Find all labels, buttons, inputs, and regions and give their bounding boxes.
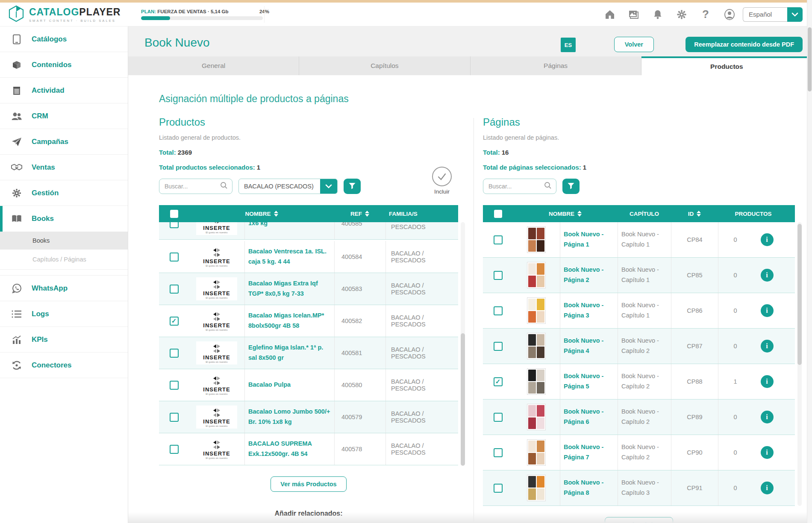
page-thumbnail[interactable]	[527, 333, 546, 359]
pages-search	[483, 179, 556, 194]
product-name-link[interactable]: Bacalao Migas Extra Iqf TGP* 8x0,5 kg 7-…	[248, 279, 331, 299]
product-row-checkbox[interactable]	[170, 222, 179, 228]
pages-filter-button[interactable]	[562, 179, 580, 194]
sidebar-item-conectores[interactable]: Conectores	[0, 353, 128, 378]
replace-pdf-button[interactable]: Reemplazar contenido desde PDF	[685, 37, 803, 52]
product-row-checkbox[interactable]	[170, 317, 179, 326]
page-name-link[interactable]: Book Nuevo - Página 7	[564, 442, 614, 463]
product-row-checkbox[interactable]	[170, 381, 179, 390]
page-row-checkbox[interactable]	[494, 448, 503, 457]
pages-col-productos: PRODUCTOS	[735, 211, 771, 217]
product-name-link[interactable]: BACALAO SUPREMA Exk.12x500gr. 4B 54	[248, 439, 331, 459]
product-row-checkbox[interactable]	[170, 413, 179, 422]
back-button[interactable]: Volver	[614, 37, 654, 52]
product-name-link[interactable]: 1x6 kg	[248, 222, 268, 229]
home-icon[interactable]	[604, 9, 615, 20]
page-name-link[interactable]: Book Nuevo - Página 1	[564, 229, 614, 250]
page-row-checkbox[interactable]	[494, 306, 503, 315]
add-related-label: Añadir relacionados:	[159, 510, 458, 517]
more-products-button[interactable]: Ver más Productos	[271, 476, 346, 492]
pages-search-input[interactable]	[488, 183, 544, 190]
sidebar-item-campa-as[interactable]: Campañas	[0, 129, 128, 155]
info-icon[interactable]: i	[761, 375, 774, 388]
people-icon	[11, 112, 22, 121]
tab-capítulos[interactable]: Capítulos	[299, 56, 470, 75]
page-row-checkbox[interactable]	[494, 235, 503, 244]
product-row-checkbox[interactable]	[170, 445, 179, 454]
pages-select-all-checkbox[interactable]	[494, 210, 502, 218]
products-table-scrollbar[interactable]	[461, 222, 465, 465]
sidebar-subitem-books[interactable]: Books	[0, 232, 128, 250]
sidebar-item-kpis[interactable]: KPIs	[0, 327, 128, 353]
language-dropdown-button[interactable]	[787, 7, 803, 22]
product-name-link[interactable]: Eglefino Miga Islan.* 1ª p. sal 8x500 gr	[248, 343, 331, 363]
brand-logo[interactable]: CATALOGPLAYER SMART CONTENT · BUILD SALE…	[0, 5, 128, 24]
products-select-all-checkbox[interactable]	[170, 210, 178, 218]
sidebar-item-whatsapp[interactable]: WhatsApp	[0, 276, 128, 301]
page-name-link[interactable]: Book Nuevo - Página 3	[564, 300, 614, 321]
page-name-link[interactable]: Book Nuevo - Página 8	[564, 478, 614, 498]
sort-icon[interactable]	[274, 211, 278, 217]
tab-productos[interactable]: Productos	[641, 56, 812, 75]
page-thumbnail[interactable]	[527, 226, 546, 253]
page-row-checkbox[interactable]	[494, 271, 503, 280]
page-thumbnail[interactable]	[527, 404, 546, 430]
page-scrollbar[interactable]	[807, 0, 812, 523]
page-thumbnail[interactable]	[527, 368, 546, 395]
sidebar-item-cat-logos[interactable]: Catálogos	[0, 26, 128, 52]
page-name-link[interactable]: Book Nuevo - Página 5	[564, 371, 614, 392]
page-row-checkbox[interactable]	[494, 342, 503, 351]
info-icon[interactable]: i	[761, 304, 774, 317]
page-thumbnail[interactable]	[527, 297, 546, 324]
family-filter-select[interactable]: BACALAO (PESCADOS)	[238, 179, 338, 194]
page-thumbnail[interactable]	[527, 475, 546, 501]
info-icon[interactable]: i	[761, 411, 774, 423]
page-thumbnail[interactable]	[527, 439, 546, 466]
pages-table-scrollbar[interactable]	[797, 222, 802, 506]
include-button[interactable]: Incluir	[428, 167, 456, 195]
page-name-link[interactable]: Book Nuevo - Página 2	[564, 265, 614, 285]
products-search-input[interactable]	[165, 183, 220, 190]
info-icon[interactable]: i	[761, 482, 774, 494]
sidebar-subitem-capitulos-paginas[interactable]: Capítulos / Páginas	[0, 250, 128, 269]
sidebar-item-crm[interactable]: CRM	[0, 103, 128, 129]
tab-general[interactable]: General	[128, 56, 299, 75]
product-name-link[interactable]: Bacalao Pulpa	[248, 380, 291, 390]
gallery-icon[interactable]	[628, 9, 639, 20]
tab-páginas[interactable]: Páginas	[471, 56, 641, 75]
page-name-link[interactable]: Book Nuevo - Página 4	[564, 336, 614, 356]
product-name-link[interactable]: Bacalao Lomo Jumbo 500/+ Br. 10% 1x8 kg	[248, 407, 331, 427]
user-icon[interactable]	[724, 9, 735, 20]
products-filter-button[interactable]	[344, 179, 361, 194]
info-icon[interactable]: i	[761, 269, 774, 282]
product-row-checkbox[interactable]	[170, 253, 179, 262]
page-row-checkbox[interactable]	[494, 413, 503, 422]
product-name-link[interactable]: Bacalao Ventresca 1a. ISL. caja 5 kg. 4 …	[248, 247, 331, 267]
product-name-link[interactable]: Bacalao Migas Icelan.MP* 8bolx500gr 4B 5…	[248, 311, 331, 331]
sort-icon[interactable]	[577, 211, 582, 217]
language-selector[interactable]: Español	[743, 7, 803, 22]
product-row-checkbox[interactable]	[170, 285, 179, 294]
bell-icon[interactable]	[652, 9, 663, 20]
sidebar-item-ventas[interactable]: Ventas	[0, 155, 128, 180]
help-icon[interactable]: ?	[700, 9, 711, 20]
page-thumbnail[interactable]	[527, 262, 546, 288]
sidebar-item-contenidos[interactable]: Contenidos	[0, 52, 128, 78]
sidebar-item-gesti-n[interactable]: Gestión	[0, 180, 128, 206]
sidebar-item-books[interactable]: Books	[0, 206, 128, 232]
page-name-link[interactable]: Book Nuevo - Página 6	[564, 407, 614, 427]
info-icon[interactable]: i	[761, 446, 774, 459]
chevron-down-icon[interactable]	[320, 179, 337, 194]
info-icon[interactable]: i	[761, 340, 774, 353]
language-badge[interactable]: ES	[561, 38, 576, 52]
sidebar-item-actividad[interactable]: Actividad	[0, 78, 128, 103]
sort-icon[interactable]	[365, 211, 369, 217]
sidebar-item-logs[interactable]: Logs	[0, 301, 128, 327]
sort-icon[interactable]	[697, 211, 701, 217]
page-row-checkbox[interactable]	[494, 377, 503, 386]
page-row-checkbox[interactable]	[494, 484, 503, 493]
product-row-checkbox[interactable]	[170, 349, 179, 358]
more-pages-button[interactable]: Ver más páginas	[605, 517, 673, 523]
gear-icon[interactable]	[676, 9, 687, 20]
info-icon[interactable]: i	[761, 233, 774, 246]
